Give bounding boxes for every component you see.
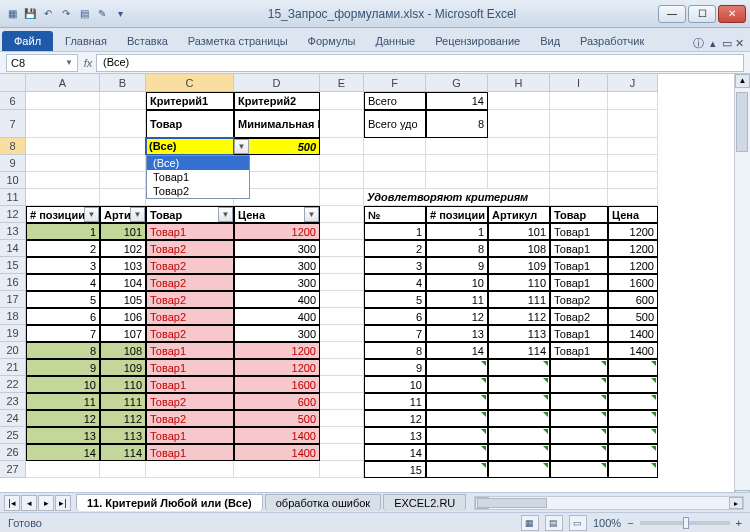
cell[interactable]: 8 xyxy=(364,342,426,359)
cell[interactable]: № xyxy=(364,206,426,223)
cell[interactable]: Товар1 xyxy=(550,223,608,240)
cell[interactable] xyxy=(320,274,364,291)
cell[interactable]: 114 xyxy=(100,444,146,461)
scroll-thumb[interactable] xyxy=(736,92,748,152)
cell[interactable]: 109 xyxy=(488,257,550,274)
row-header[interactable]: 11 xyxy=(0,189,26,206)
cell[interactable] xyxy=(488,359,550,376)
cell[interactable]: Товар1 xyxy=(146,359,234,376)
cell[interactable]: Минимальная Цена xyxy=(234,110,320,138)
qat-icon[interactable]: ▤ xyxy=(76,6,92,22)
cell[interactable]: 107 xyxy=(100,325,146,342)
cell[interactable]: Товар1 xyxy=(146,223,234,240)
cell[interactable] xyxy=(426,359,488,376)
sheet-next-icon[interactable]: ▸ xyxy=(38,495,54,511)
undo-icon[interactable]: ↶ xyxy=(40,6,56,22)
cell[interactable]: 3 xyxy=(26,257,100,274)
cell[interactable]: 10 xyxy=(426,274,488,291)
cell[interactable]: 9 xyxy=(26,359,100,376)
cell[interactable]: Товар2 xyxy=(550,308,608,325)
cell[interactable]: 113 xyxy=(488,325,550,342)
cell[interactable] xyxy=(488,92,550,110)
column-header[interactable]: F xyxy=(364,74,426,92)
cell[interactable]: 1200 xyxy=(234,359,320,376)
cell[interactable]: # позиции xyxy=(426,206,488,223)
cell[interactable]: 113 xyxy=(100,427,146,444)
cell[interactable] xyxy=(100,189,146,206)
save-icon[interactable]: 💾 xyxy=(22,6,38,22)
cell[interactable]: 10 xyxy=(364,376,426,393)
cell[interactable] xyxy=(550,410,608,427)
cell[interactable]: 101 xyxy=(100,223,146,240)
cell[interactable]: 14 xyxy=(364,444,426,461)
cell[interactable] xyxy=(234,461,320,478)
zoom-thumb[interactable] xyxy=(683,517,689,529)
cell[interactable]: 13 xyxy=(26,427,100,444)
cell[interactable]: 114 xyxy=(488,342,550,359)
minimize-ribbon-icon[interactable]: ▴ xyxy=(710,37,716,50)
cell[interactable]: 300 xyxy=(234,325,320,342)
cell[interactable] xyxy=(550,110,608,138)
cell[interactable]: 600 xyxy=(234,393,320,410)
row-header[interactable]: 15 xyxy=(0,257,26,274)
cell[interactable]: 1200 xyxy=(608,240,658,257)
cell[interactable] xyxy=(550,444,608,461)
cell[interactable] xyxy=(488,110,550,138)
row-header[interactable]: 26 xyxy=(0,444,26,461)
cell[interactable] xyxy=(608,461,658,478)
cell[interactable]: 8 xyxy=(426,240,488,257)
row-header[interactable]: 7 xyxy=(0,110,26,138)
cell[interactable]: 1200 xyxy=(234,342,320,359)
cell[interactable]: 7 xyxy=(26,325,100,342)
normal-view-icon[interactable]: ▦ xyxy=(521,515,539,531)
filter-dropdown-icon[interactable]: ▼ xyxy=(130,207,145,222)
cell[interactable] xyxy=(488,155,550,172)
cell[interactable]: Цена xyxy=(608,206,658,223)
cell[interactable]: 14 xyxy=(426,342,488,359)
cell[interactable]: 4 xyxy=(364,274,426,291)
cell[interactable] xyxy=(320,172,364,189)
cell[interactable] xyxy=(320,461,364,478)
cell[interactable]: 5 xyxy=(26,291,100,308)
cell[interactable] xyxy=(320,291,364,308)
cell[interactable] xyxy=(320,308,364,325)
cell[interactable] xyxy=(608,427,658,444)
cell[interactable] xyxy=(426,172,488,189)
cell[interactable]: 2 xyxy=(364,240,426,257)
cell[interactable] xyxy=(426,410,488,427)
cell[interactable]: 400 xyxy=(234,308,320,325)
cell[interactable]: 12 xyxy=(364,410,426,427)
cell[interactable]: 1200 xyxy=(234,223,320,240)
cell[interactable]: 1 xyxy=(364,223,426,240)
sheet-tab-active[interactable]: 11. Критерий Любой или (Все) xyxy=(76,494,263,511)
row-header[interactable]: 25 xyxy=(0,427,26,444)
cell[interactable] xyxy=(320,155,364,172)
maximize-button[interactable]: ☐ xyxy=(688,5,716,23)
cell[interactable]: 102 xyxy=(100,240,146,257)
row-header[interactable]: 12 xyxy=(0,206,26,223)
cell[interactable]: 5 xyxy=(364,291,426,308)
cell[interactable] xyxy=(426,376,488,393)
cell[interactable]: 1400 xyxy=(234,444,320,461)
vertical-scrollbar[interactable]: ▲ ▼ xyxy=(734,74,750,504)
cell[interactable] xyxy=(26,138,100,155)
cell[interactable]: 11 xyxy=(364,393,426,410)
cell[interactable]: Удовлетворяют критериям xyxy=(364,189,550,206)
cell[interactable]: 1200 xyxy=(608,223,658,240)
cell[interactable] xyxy=(488,393,550,410)
sheet-tab[interactable]: обработка ошибок xyxy=(265,494,381,511)
row-header[interactable]: 6 xyxy=(0,92,26,110)
cell[interactable] xyxy=(320,427,364,444)
cell[interactable]: 104 xyxy=(100,274,146,291)
cell[interactable] xyxy=(146,461,234,478)
cell[interactable] xyxy=(320,240,364,257)
cell[interactable] xyxy=(320,257,364,274)
cell[interactable]: 1 xyxy=(26,223,100,240)
cell[interactable]: Товар2 xyxy=(146,325,234,342)
cell[interactable]: 6 xyxy=(364,308,426,325)
chevron-down-icon[interactable]: ▼ xyxy=(65,58,73,67)
cell[interactable] xyxy=(320,206,364,223)
ribbon-tab[interactable]: Рецензирование xyxy=(425,31,530,51)
redo-icon[interactable]: ↷ xyxy=(58,6,74,22)
cell[interactable] xyxy=(320,410,364,427)
